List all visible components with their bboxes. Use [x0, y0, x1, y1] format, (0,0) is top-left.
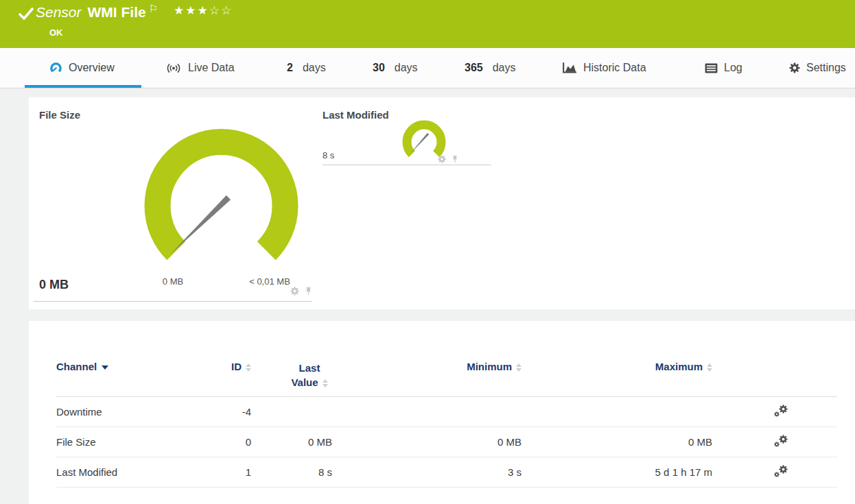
sensor-overview-page: SensorWMI File⚐ ★★★☆☆ OK Overview: [0, 0, 855, 504]
cell-last-value: 0 MB: [254, 436, 350, 448]
tab-bar: Overview Live Data 2 days 30 days 365: [0, 48, 855, 88]
last-modified-gauge-title: Last Modified: [323, 109, 389, 121]
column-header-minimum[interactable]: Minimum: [350, 361, 535, 372]
file-size-gauge-max-label: < 0,01 MB: [229, 276, 311, 287]
sensor-category-label: Sensor: [36, 4, 82, 20]
sort-caret-icon: [102, 365, 108, 370]
tab-live-data-label: Live Data: [188, 62, 235, 74]
stars-filled[interactable]: ★★★: [174, 4, 209, 17]
cell-maximum: 0 MB: [535, 436, 726, 448]
channel-settings-gears-icon[interactable]: [774, 465, 788, 480]
flag-icon: ⚐: [149, 3, 158, 14]
gear-icon: [789, 62, 800, 73]
column-header-id[interactable]: ID: [221, 361, 254, 372]
tab-30-days[interactable]: 30 days: [373, 48, 418, 88]
tab-log-label: Log: [724, 62, 742, 74]
status-ok-check-icon: [19, 8, 34, 20]
table-row-last-modified: Last Modified 1 8 s 3 s 5 d 1 h 17 m: [56, 457, 837, 488]
pin-icon[interactable]: [451, 155, 459, 163]
cell-id: -4: [221, 406, 254, 418]
tab-365-days[interactable]: 365 days: [465, 48, 516, 88]
sort-arrows-icon: [246, 363, 251, 372]
cell-id: 1: [221, 466, 254, 478]
file-size-gauge-min-label: 0 MB: [149, 276, 197, 287]
sort-arrows-icon: [323, 379, 328, 387]
column-header-last-value[interactable]: Last Value: [254, 361, 350, 389]
file-size-current-value: 0 MB: [39, 278, 69, 292]
table-row-file-size: File Size 0 0 MB 0 MB 0 MB: [56, 427, 837, 457]
file-size-gauge-title: File Size: [39, 109, 80, 121]
status-badge: OK: [49, 27, 63, 38]
tab-365-days-label: days: [493, 62, 516, 74]
tab-settings[interactable]: Settings: [789, 48, 846, 88]
broadcast-icon: [165, 62, 182, 74]
tab-30-days-label: days: [395, 62, 418, 74]
channel-settings-gears-icon[interactable]: [774, 405, 788, 420]
star-rating[interactable]: ★★★☆☆: [174, 3, 233, 18]
sort-arrows-icon: [516, 363, 522, 372]
gear-icon[interactable]: [290, 287, 299, 296]
active-tab-indicator: [25, 85, 141, 88]
tab-settings-label: Settings: [806, 62, 846, 74]
tab-log[interactable]: Log: [705, 48, 742, 88]
file-size-panel-divider: [34, 301, 312, 302]
cell-channel: Last Modified: [56, 466, 221, 478]
sensor-title: WMI File: [88, 4, 146, 20]
last-modified-current-value: 8 s: [323, 150, 334, 160]
gauge-icon: [49, 62, 62, 75]
tab-30-days-number: 30: [373, 62, 385, 74]
sort-arrows-icon: [707, 363, 712, 372]
cell-maximum: 5 d 1 h 17 m: [535, 466, 726, 478]
channels-table-header: Channel ID Last Value Minimum Maximum: [56, 321, 837, 397]
stars-empty[interactable]: ☆☆: [209, 4, 233, 17]
tab-overview[interactable]: Overview: [49, 48, 115, 88]
cell-id: 0: [221, 436, 254, 448]
cell-minimum: 3 s: [350, 466, 535, 478]
tab-365-days-number: 365: [465, 62, 483, 74]
tab-live-data[interactable]: Live Data: [165, 48, 235, 88]
tab-2-days-label: days: [303, 62, 326, 74]
main-content: File Size 0 MB < 0,01 MB 0 MB Last Modif…: [0, 88, 855, 504]
sensor-header: SensorWMI File⚐ ★★★☆☆ OK: [0, 0, 855, 48]
last-modified-panel-divider: [323, 165, 491, 165]
file-size-gauge: [139, 125, 307, 269]
gauges-card: File Size 0 MB < 0,01 MB 0 MB Last Modif…: [29, 97, 855, 309]
cell-channel: File Size: [56, 436, 221, 448]
channels-card: Channel ID Last Value Minimum Maximum Do…: [29, 321, 855, 504]
cell-minimum: 0 MB: [350, 436, 535, 448]
file-size-panel-icons: [290, 287, 313, 296]
gear-icon[interactable]: [438, 155, 446, 163]
channel-settings-gears-icon[interactable]: [774, 435, 788, 450]
table-row-downtime: Downtime -4: [56, 397, 837, 427]
cell-channel: Downtime: [56, 406, 221, 418]
page-title: SensorWMI File⚐: [36, 4, 158, 21]
area-chart-icon: [563, 62, 577, 73]
tab-2-days-number: 2: [287, 62, 293, 74]
cell-last-value: 8 s: [254, 466, 350, 478]
tab-overview-label: Overview: [69, 62, 115, 74]
last-modified-panel-icons: [438, 155, 459, 163]
column-header-maximum[interactable]: Maximum: [535, 361, 726, 372]
column-header-channel[interactable]: Channel: [56, 361, 221, 372]
log-list-icon: [705, 63, 718, 73]
tab-2-days[interactable]: 2 days: [287, 48, 326, 88]
pin-icon[interactable]: [304, 287, 313, 296]
tab-historic-data-label: Historic Data: [583, 62, 646, 74]
tab-historic-data[interactable]: Historic Data: [563, 48, 646, 88]
